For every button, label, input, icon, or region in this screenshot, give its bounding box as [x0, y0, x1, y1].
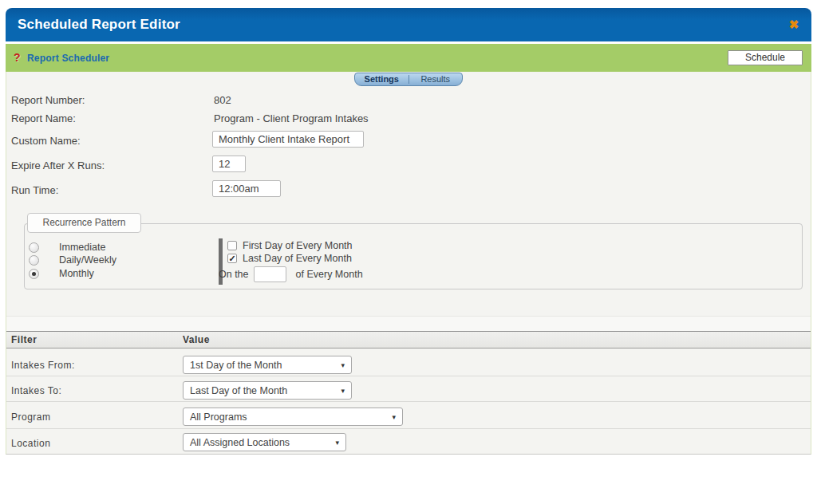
- intakes-to-label: Intakes To:: [11, 385, 61, 396]
- schedule-button[interactable]: Schedule: [728, 50, 803, 65]
- report-name-value: Program - Client Program Intakes: [214, 112, 369, 124]
- title-bar: Scheduled Report Editor ✖: [6, 8, 811, 41]
- radio-immediate-label: Immediate: [59, 242, 105, 253]
- report-number-value: 802: [214, 94, 231, 106]
- row-divider: [6, 376, 811, 376]
- row-divider: [6, 401, 811, 402]
- on-the-prefix: On the: [219, 269, 249, 280]
- value-column-header: Value: [183, 332, 210, 348]
- on-the-suffix: of Every Month: [296, 269, 363, 280]
- chevron-down-icon: ▾: [392, 413, 396, 421]
- close-icon[interactable]: ✖: [786, 17, 802, 33]
- report-number-label: Report Number:: [11, 94, 85, 106]
- run-time-input[interactable]: [212, 180, 281, 197]
- scheduled-report-editor-dialog: Scheduled Report Editor ✖ ? Report Sched…: [6, 8, 811, 455]
- location-select[interactable]: All Assigned Locations ▾: [183, 433, 346, 451]
- intakes-from-select[interactable]: 1st Day of the Month ▾: [183, 356, 352, 374]
- location-label: Location: [11, 438, 50, 449]
- tab-results[interactable]: Results: [409, 73, 463, 85]
- last-day-label: Last Day of Every Month: [243, 253, 352, 264]
- first-day-option[interactable]: ✓ First Day of Every Month: [227, 240, 353, 251]
- custom-name-input[interactable]: [212, 131, 364, 148]
- intakes-to-value: Last Day of the Month: [190, 385, 287, 396]
- on-the-day-row: On the of Every Month: [219, 266, 363, 282]
- last-day-option[interactable]: ✓ Last Day of Every Month: [227, 253, 352, 264]
- expire-after-input[interactable]: [212, 156, 246, 172]
- row-divider: [6, 428, 811, 429]
- first-day-label: First Day of Every Month: [243, 240, 353, 251]
- toolbar: ? Report Scheduler Schedule: [6, 44, 811, 72]
- radio-monthly-label: Monthly: [59, 268, 94, 279]
- run-time-label: Run Time:: [11, 184, 58, 196]
- first-day-checkbox[interactable]: ✓: [227, 241, 237, 250]
- expire-after-label: Expire After X Runs:: [11, 159, 105, 171]
- table-top-strip: [6, 316, 811, 331]
- help-icon[interactable]: ?: [14, 51, 21, 64]
- intakes-from-value: 1st Day of the Month: [190, 360, 282, 371]
- recurrence-pattern-fieldset: [24, 223, 803, 289]
- chevron-down-icon: ▾: [341, 361, 345, 369]
- last-day-checkbox[interactable]: ✓: [227, 254, 237, 263]
- chevron-down-icon: ▾: [335, 439, 339, 447]
- location-value: All Assigned Locations: [190, 437, 290, 448]
- filter-column-header: Filter: [11, 332, 37, 348]
- content-panel: Settings Results Report Number: 802 Repo…: [6, 72, 811, 455]
- recurrence-pattern-legend: Recurrence Pattern: [27, 213, 141, 233]
- program-select[interactable]: All Programs ▾: [183, 408, 403, 426]
- filter-table-header: Filter Value: [6, 331, 811, 348]
- chevron-down-icon: ▾: [341, 387, 345, 395]
- tab-strip: Settings Results: [354, 73, 463, 86]
- checkmark-icon: ✓: [228, 254, 236, 263]
- program-label: Program: [11, 411, 51, 423]
- program-value: All Programs: [190, 411, 247, 423]
- intakes-from-label: Intakes From:: [11, 360, 75, 371]
- intakes-to-select[interactable]: Last Day of the Month ▾: [183, 381, 352, 400]
- recurrence-option-daily-weekly[interactable]: Daily/Weekly: [29, 254, 116, 266]
- breadcrumb: Report Scheduler: [27, 53, 109, 64]
- recurrence-option-immediate[interactable]: Immediate: [29, 242, 105, 253]
- dialog-title: Scheduled Report Editor: [18, 8, 180, 41]
- radio-monthly[interactable]: [29, 269, 39, 279]
- report-name-label: Report Name:: [11, 112, 76, 124]
- radio-daily-weekly-label: Daily/Weekly: [59, 254, 116, 266]
- radio-daily-weekly[interactable]: [29, 255, 39, 266]
- tab-settings[interactable]: Settings: [355, 73, 408, 85]
- on-the-day-input[interactable]: [254, 266, 286, 282]
- recurrence-option-monthly[interactable]: Monthly: [29, 268, 94, 279]
- custom-name-label: Custom Name:: [11, 135, 81, 147]
- radio-immediate[interactable]: [29, 242, 39, 253]
